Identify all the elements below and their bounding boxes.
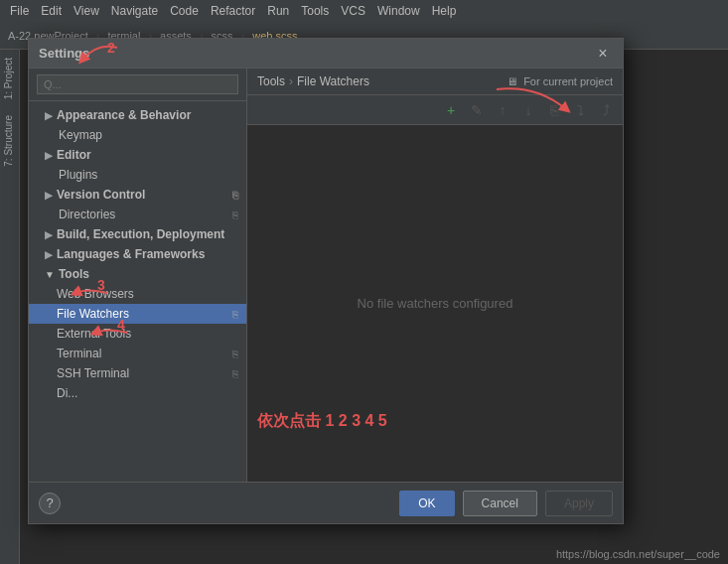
dialog-titlebar: Settings × <box>29 39 623 69</box>
tree-label: Tools <box>59 267 89 281</box>
left-panel: 1: Project 7: Structure <box>0 50 20 564</box>
tree-label: SSH Terminal <box>57 366 129 380</box>
ok-button[interactable]: OK <box>399 491 454 516</box>
breadcrumb-sep: › <box>289 74 293 88</box>
menu-file[interactable]: File <box>4 2 35 20</box>
menu-tools[interactable]: Tools <box>295 2 335 20</box>
copy-icon: ⎘ <box>232 190 238 201</box>
tree-item-file-watchers[interactable]: File Watchers ⎘ <box>29 304 246 324</box>
help-button[interactable]: ? <box>39 493 61 514</box>
tree-item-version-control[interactable]: ▶ Version Control ⎘ <box>29 185 246 205</box>
copy-icon: ⎘ <box>232 210 238 220</box>
tree-item-external-tools[interactable]: External Tools <box>29 324 246 344</box>
tree-label: Languages & Frameworks <box>57 247 205 261</box>
tree-item-web-browsers[interactable]: Web Browsers <box>29 284 246 304</box>
search-input[interactable] <box>37 74 238 94</box>
copy-icon: ⎘ <box>232 368 238 379</box>
settings-sidebar: ▶ Appearance & Behavior Keymap ▶ Editor … <box>29 69 247 482</box>
settings-dialog: Settings × ▶ Appearance & Behavior Keyma… <box>28 38 624 524</box>
import-button[interactable]: ⤵ <box>569 99 591 121</box>
tree-item-tools[interactable]: ▼ Tools <box>29 264 246 284</box>
arrow-icon: ▶ <box>45 249 53 260</box>
move-up-button[interactable]: ↑ <box>492 99 513 121</box>
breadcrumb-current: File Watchers <box>297 74 369 88</box>
tree-label: Keymap <box>59 128 102 142</box>
menu-window[interactable]: Window <box>371 2 426 20</box>
tree-item-keymap[interactable]: Keymap <box>29 125 246 145</box>
tree-label: Directories <box>59 208 115 221</box>
move-down-button[interactable]: ↓ <box>517 99 539 121</box>
tree-label: Terminal <box>57 347 101 360</box>
tree-label: Appearance & Behavior <box>57 108 191 122</box>
copy-icon: ⎘ <box>232 309 238 320</box>
empty-message: No file watchers configured <box>358 296 513 311</box>
edit-watcher-button[interactable]: ✎ <box>466 99 488 121</box>
tree-item-plugins[interactable]: Plugins <box>29 165 246 185</box>
tree-item-directories[interactable]: Directories ⎘ <box>29 205 246 224</box>
dialog-footer: ? OK Cancel Apply <box>29 482 623 523</box>
cancel-button[interactable]: Cancel <box>463 491 537 516</box>
dialog-close-button[interactable]: × <box>593 44 613 64</box>
arrow-icon: ▶ <box>45 190 53 201</box>
tree-item-di[interactable]: Di... <box>29 383 246 403</box>
menu-refactor[interactable]: Refactor <box>205 2 261 20</box>
tree-label: Editor <box>57 148 91 162</box>
menu-bar: File Edit View Navigate Code Refactor Ru… <box>0 0 728 22</box>
arrow-icon: ▶ <box>45 229 53 240</box>
watermark: https://blog.csdn.net/super__code <box>556 548 720 560</box>
tree-item-terminal[interactable]: Terminal ⎘ <box>29 344 246 363</box>
dialog-title: Settings <box>39 46 593 61</box>
breadcrumb-root: Tools <box>257 74 285 88</box>
menu-navigate[interactable]: Navigate <box>105 2 164 20</box>
tree-label: Web Browsers <box>57 287 134 301</box>
menu-view[interactable]: View <box>68 2 105 20</box>
sidebar-tab-structure[interactable]: 7: Structure <box>0 107 19 175</box>
footer-right: OK Cancel Apply <box>399 491 613 516</box>
ide-background: File Edit View Navigate Code Refactor Ru… <box>0 0 728 564</box>
arrow-icon-open: ▼ <box>45 269 55 280</box>
tree-label: Version Control <box>57 188 145 202</box>
settings-tree: ▶ Appearance & Behavior Keymap ▶ Editor … <box>29 101 246 482</box>
content-main: No file watchers configured 依次点击 1 2 3 4… <box>247 125 623 482</box>
arrow-icon: ▶ <box>45 150 53 161</box>
project-badge-text: For current project <box>523 75 613 87</box>
tree-item-appearance[interactable]: ▶ Appearance & Behavior <box>29 105 246 125</box>
dialog-body: ▶ Appearance & Behavior Keymap ▶ Editor … <box>29 69 623 482</box>
project-badge: 🖥 For current project <box>507 75 613 87</box>
tree-label: Di... <box>57 386 77 400</box>
tree-label: External Tools <box>57 327 131 341</box>
tree-label: Build, Execution, Deployment <box>57 227 224 241</box>
breadcrumb-path: Tools › File Watchers <box>257 74 369 88</box>
menu-edit[interactable]: Edit <box>35 2 68 20</box>
apply-button[interactable]: Apply <box>545 491 613 516</box>
menu-vcs[interactable]: VCS <box>335 2 371 20</box>
menu-help[interactable]: Help <box>426 2 463 20</box>
tree-item-editor[interactable]: ▶ Editor <box>29 145 246 165</box>
annotation-text: 依次点击 1 2 3 4 5 <box>257 411 387 432</box>
search-box-wrap <box>29 69 246 101</box>
settings-content: Tools › File Watchers 🖥 For current proj… <box>247 69 623 482</box>
menu-run[interactable]: Run <box>261 2 295 20</box>
content-toolbar: + ✎ ↑ ↓ ⎘ ⤵ ⤴ <box>247 95 623 125</box>
copy-watcher-button[interactable]: ⎘ <box>543 99 565 121</box>
add-watcher-button[interactable]: + <box>440 99 462 121</box>
export-button[interactable]: ⤴ <box>595 99 617 121</box>
tree-label: Plugins <box>59 168 97 182</box>
copy-icon: ⎘ <box>232 349 238 359</box>
tree-item-build[interactable]: ▶ Build, Execution, Deployment <box>29 224 246 244</box>
tree-item-languages[interactable]: ▶ Languages & Frameworks <box>29 244 246 264</box>
sidebar-tab-project[interactable]: 1: Project <box>0 50 19 107</box>
project-icon: 🖥 <box>507 75 517 87</box>
content-header: Tools › File Watchers 🖥 For current proj… <box>247 69 623 95</box>
tree-item-ssh-terminal[interactable]: SSH Terminal ⎘ <box>29 363 246 383</box>
tree-label: File Watchers <box>57 307 129 321</box>
arrow-icon: ▶ <box>45 110 53 121</box>
menu-code[interactable]: Code <box>164 2 205 20</box>
footer-left: ? <box>39 493 61 514</box>
